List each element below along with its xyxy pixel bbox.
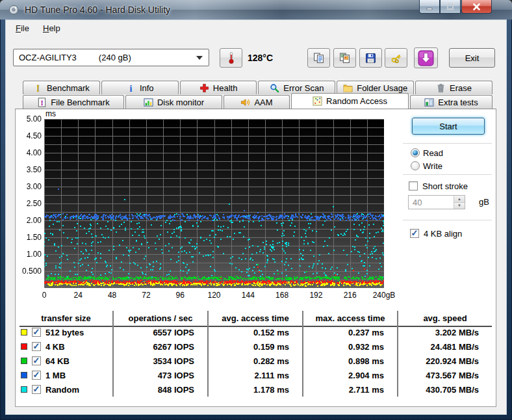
tab-label: Random Access xyxy=(326,96,387,106)
x-tick-label: 168 xyxy=(266,291,298,300)
extra-tests-icon xyxy=(424,98,434,107)
cell-ops: 6267 IOPS xyxy=(114,339,209,354)
drive-size: (240 gB) xyxy=(99,53,131,62)
read-radio[interactable] xyxy=(411,148,420,157)
tab-error-scan[interactable]: Error Scan xyxy=(258,81,335,94)
y-tick-label: 2.50 xyxy=(13,199,42,208)
exit-button[interactable]: Exit xyxy=(449,48,495,68)
x-tick-label: 72 xyxy=(131,291,162,300)
write-radio[interactable] xyxy=(411,161,420,170)
tab-random-access[interactable]: Random Access xyxy=(291,93,409,109)
access-time-chart xyxy=(44,119,384,288)
window-title: HD Tune Pro 4.60 - Hard Disk Utility xyxy=(25,5,170,15)
spin-down-button[interactable]: ▼ xyxy=(454,202,465,209)
cell-ops: 6557 IOPS xyxy=(114,325,209,339)
tab-file-benchmark[interactable]: !File Benchmark xyxy=(23,95,124,109)
cell-max: 2.711 ms xyxy=(303,382,398,397)
separator xyxy=(403,220,492,220)
maximize-button[interactable] xyxy=(440,0,461,14)
download-button[interactable] xyxy=(414,47,438,68)
temperature-value: 128°C xyxy=(248,53,273,63)
close-icon xyxy=(472,2,481,12)
start-button[interactable]: Start xyxy=(412,118,485,135)
tab-extra-tests[interactable]: Extra tests xyxy=(410,95,493,109)
app-icon xyxy=(8,5,19,15)
save-button[interactable] xyxy=(359,48,382,68)
stroke-size-value: 40 xyxy=(409,196,454,209)
cell-ops: 3534 IOPS xyxy=(114,354,209,368)
series-checkbox-512-bytes[interactable] xyxy=(32,328,41,337)
minimize-button[interactable] xyxy=(419,0,440,14)
cell-avg: 2.111 ms xyxy=(209,368,303,382)
chevron-down-icon xyxy=(196,56,203,60)
file-benchmark-icon: ! xyxy=(37,98,47,107)
spin-up-button[interactable]: ▲ xyxy=(454,196,465,202)
drive-selector[interactable]: OCZ-AGILITY3 (240 gB) xyxy=(13,49,209,66)
stroke-size-spinner[interactable]: 40 ▲ ▼ xyxy=(408,195,465,209)
stroke-size-unit: gB xyxy=(479,197,489,207)
cell-avg: 0.152 ms xyxy=(209,325,303,339)
short-stroke-label: Short stroke xyxy=(422,181,468,191)
x-tick-label: 24 xyxy=(62,291,94,300)
copy-image-button[interactable] xyxy=(333,48,356,68)
menu-help[interactable]: Help xyxy=(38,22,66,34)
y-tick-label: 0.500 xyxy=(13,267,42,276)
tab-aam[interactable]: AAM xyxy=(224,95,290,109)
separator xyxy=(403,143,492,144)
spinner-buttons: ▲ ▼ xyxy=(454,196,465,209)
y-tick-label: 4.00 xyxy=(13,148,42,157)
y-tick-label: 5.00 xyxy=(13,114,42,124)
health-icon xyxy=(199,83,209,93)
folder-usage-icon xyxy=(343,83,353,93)
y-tick-label: 2.00 xyxy=(13,216,42,225)
close-button[interactable] xyxy=(461,0,492,14)
cell-avg: 0.159 ms xyxy=(209,339,303,354)
tab-label: Folder Usage xyxy=(357,83,407,93)
tab-health[interactable]: Health xyxy=(180,81,257,94)
table-row-legend: 4 KB xyxy=(19,339,114,354)
y-tick-label: 3.00 xyxy=(13,182,42,191)
options-button[interactable] xyxy=(385,48,407,68)
transfer-size-label: 1 MB xyxy=(45,371,66,380)
tab-label: Benchmark xyxy=(47,83,90,93)
tab-disk-monitor[interactable]: Disk monitor xyxy=(125,95,222,109)
tab-folder-usage[interactable]: Folder Usage xyxy=(337,81,414,94)
series-checkbox-4-kb[interactable] xyxy=(32,342,41,351)
tab-benchmark[interactable]: !Benchmark xyxy=(23,81,100,94)
copy-text-button[interactable] xyxy=(307,48,330,68)
cell-avg: 0.282 ms xyxy=(209,354,303,368)
transfer-size-label: 4 KB xyxy=(45,342,65,352)
menu-bar: File Help xyxy=(5,21,507,36)
tab-row-1: !BenchmarkiInfoHealthError ScanFolder Us… xyxy=(23,81,493,94)
chevron-up-icon: ▲ xyxy=(457,197,461,201)
download-arrow-icon xyxy=(418,50,434,66)
temperature-button[interactable] xyxy=(220,48,242,68)
short-stroke-checkbox[interactable] xyxy=(409,181,418,190)
tab-erase[interactable]: Erase xyxy=(415,81,493,94)
series-checkbox-random[interactable] xyxy=(32,385,41,394)
series-checkbox-64-kb[interactable] xyxy=(32,356,41,365)
svg-text:!: ! xyxy=(41,98,44,106)
svg-text:i: i xyxy=(129,83,132,93)
cell-speed: 473.567 MB/s xyxy=(398,368,492,382)
cell-speed: 220.924 MB/s xyxy=(398,354,492,368)
x-tick-label: 144 xyxy=(233,291,264,300)
tab-label: Error Scan xyxy=(283,83,324,93)
menu-file[interactable]: File xyxy=(10,22,34,34)
tab-label: Erase xyxy=(450,83,472,93)
aam-icon xyxy=(240,98,250,107)
series-color-swatch xyxy=(21,343,27,350)
y-tick-label: 3.50 xyxy=(13,165,42,174)
series-color-swatch xyxy=(21,358,27,364)
tab-label: AAM xyxy=(254,98,272,107)
copy-image-icon xyxy=(339,53,350,64)
svg-text:!: ! xyxy=(36,83,40,93)
title-bar: HD Tune Pro 4.60 - Hard Disk Utility xyxy=(0,0,512,20)
series-checkbox-1-mb[interactable] xyxy=(32,371,41,380)
write-label: Write xyxy=(423,161,442,171)
tab-info[interactable]: iInfo xyxy=(101,81,179,94)
align-checkbox[interactable] xyxy=(410,229,419,238)
minimize-icon xyxy=(425,2,434,11)
benchmark-icon: ! xyxy=(33,83,43,93)
transfer-size-label: 64 KB xyxy=(45,356,70,366)
